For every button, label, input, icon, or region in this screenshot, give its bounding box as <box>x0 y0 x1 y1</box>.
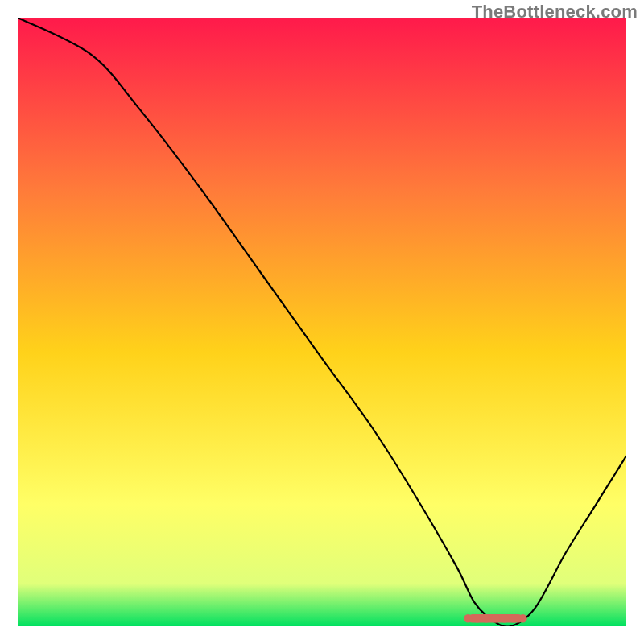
optimal-marker-dot <box>464 614 472 622</box>
optimal-marker-group <box>464 614 527 622</box>
optimal-marker-dot <box>510 614 518 622</box>
chart-svg <box>18 18 626 626</box>
optimal-marker-dot <box>482 614 490 622</box>
optimal-marker-dot <box>501 614 509 622</box>
optimal-marker-dot <box>518 614 526 622</box>
plot-area <box>18 18 626 626</box>
chart-canvas: TheBottleneck.com <box>0 0 644 644</box>
optimal-marker-dot <box>491 614 499 622</box>
gradient-background <box>18 18 626 626</box>
optimal-marker-dot <box>473 614 481 622</box>
